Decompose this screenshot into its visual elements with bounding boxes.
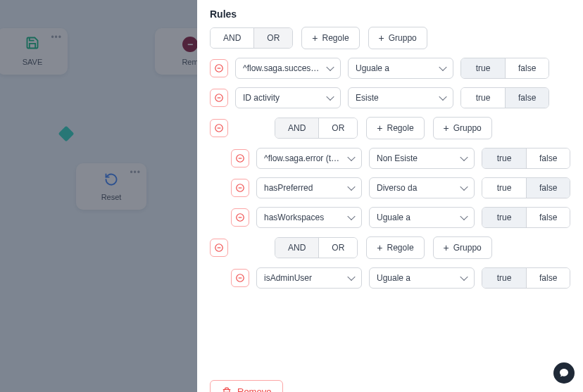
field-select[interactable]: isAdminUser — [256, 267, 362, 289]
value-toggle[interactable]: true false — [482, 267, 570, 289]
remove-rule-button[interactable] — [231, 269, 249, 287]
field-select[interactable]: ^flow.saga.success (bo — [235, 58, 341, 79]
value-true[interactable]: true — [482, 208, 526, 227]
node-menu-icon[interactable]: ••• — [130, 167, 141, 177]
operator-select[interactable]: Uguale a — [369, 207, 475, 228]
add-rule-button[interactable]: +Regole — [366, 117, 424, 139]
flow-node-reset[interactable]: ••• Reset — [76, 163, 146, 210]
field-select[interactable]: hasWorkspaces — [256, 207, 362, 228]
nested-group-header: AND OR +Regole +Gruppo — [275, 117, 492, 139]
field-select[interactable]: hasPreferred — [256, 177, 362, 198]
logic-and[interactable]: AND — [211, 28, 253, 48]
remove-rule-button[interactable] — [210, 59, 228, 77]
remove-group-button[interactable] — [210, 119, 228, 137]
value-false[interactable]: false — [505, 58, 548, 78]
logic-and[interactable]: AND — [275, 238, 318, 258]
remove-rule-button[interactable] — [210, 89, 228, 107]
logic-toggle[interactable]: AND OR — [275, 118, 358, 139]
chat-fab[interactable] — [553, 362, 575, 384]
value-true[interactable]: true — [482, 268, 526, 288]
logic-or[interactable]: OR — [318, 118, 357, 138]
add-group-button[interactable]: +Gruppo — [368, 27, 427, 49]
rule-row: ^flow.saga.error (text) Non Esiste true … — [231, 148, 570, 169]
plus-icon: + — [377, 122, 382, 134]
add-rule-button[interactable]: +Regole — [301, 27, 359, 49]
value-false[interactable]: false — [526, 148, 570, 168]
operator-select[interactable]: Diverso da — [369, 177, 475, 198]
value-true[interactable]: true — [482, 148, 526, 168]
node-menu-icon[interactable]: ••• — [51, 32, 62, 42]
operator-select[interactable]: Esiste — [348, 87, 453, 108]
nested-group: isAdminUser Uguale a true false — [210, 267, 570, 289]
save-icon — [25, 36, 39, 53]
plus-icon: + — [444, 242, 449, 253]
minus-circle-icon: − — [182, 37, 197, 52]
field-select[interactable]: ^flow.saga.error (text) — [256, 148, 362, 169]
remove-rule-button[interactable] — [231, 179, 249, 197]
value-false[interactable]: false — [526, 268, 570, 288]
operator-select[interactable]: Non Esiste — [369, 148, 475, 169]
nested-group-row: AND OR +Regole +Gruppo — [210, 236, 570, 259]
remove-rule-button[interactable] — [231, 208, 249, 227]
add-rule-button[interactable]: +Regole — [366, 236, 424, 259]
plus-icon: + — [312, 32, 318, 44]
logic-or[interactable]: OR — [318, 238, 357, 258]
value-false[interactable]: false — [505, 88, 548, 108]
panel-title: Rules — [210, 8, 570, 20]
value-true[interactable]: true — [482, 178, 526, 198]
flow-node-save[interactable]: ••• SAVE — [0, 28, 68, 75]
rule-row: ID activity Esiste true false — [210, 87, 570, 108]
logic-toggle[interactable]: AND OR — [275, 237, 358, 258]
flow-node-remove[interactable]: ••• − Rem — [155, 28, 197, 75]
chat-icon — [558, 367, 570, 379]
rules-panel: Rules AND OR +Regole +Gruppo ^flow.saga.… — [197, 0, 583, 392]
nested-group-row: AND OR +Regole +Gruppo — [210, 117, 570, 139]
value-toggle[interactable]: true false — [460, 58, 549, 79]
plus-icon: + — [377, 242, 382, 253]
root-group-header: AND OR +Regole +Gruppo — [210, 27, 570, 49]
add-node-diamond[interactable] — [58, 126, 75, 142]
nested-group-header: AND OR +Regole +Gruppo — [275, 236, 492, 259]
node-label: Rem — [161, 58, 197, 66]
operator-select[interactable]: Uguale a — [369, 267, 475, 289]
nested-group: ^flow.saga.error (text) Non Esiste true … — [210, 148, 570, 228]
value-true[interactable]: true — [461, 58, 505, 78]
value-toggle[interactable]: true false — [482, 207, 570, 228]
field-select[interactable]: ID activity — [235, 87, 341, 108]
remove-rule-button[interactable] — [231, 149, 249, 167]
value-false[interactable]: false — [526, 208, 570, 227]
rule-row: isAdminUser Uguale a true false — [231, 267, 570, 289]
logic-or[interactable]: OR — [253, 28, 292, 48]
panel-footer: Remove — [210, 380, 570, 392]
logic-and[interactable]: AND — [275, 118, 318, 138]
rule-row: hasWorkspaces Uguale a true false — [231, 207, 570, 228]
rule-row: hasPreferred Diverso da true false — [231, 177, 570, 198]
node-label: Reset — [82, 193, 141, 201]
flow-canvas: ••• SAVE ••• − Rem ••• Reset — [0, 0, 197, 392]
value-false[interactable]: false — [526, 178, 570, 198]
trash-icon — [222, 387, 232, 393]
plus-icon: + — [379, 32, 384, 44]
remove-button[interactable]: Remove — [210, 380, 283, 392]
node-label: SAVE — [3, 58, 62, 66]
add-group-button[interactable]: +Gruppo — [433, 117, 492, 139]
operator-select[interactable]: Uguale a — [348, 58, 453, 79]
value-toggle[interactable]: true false — [482, 148, 570, 169]
value-toggle[interactable]: true false — [482, 177, 570, 198]
plus-icon: + — [444, 122, 449, 134]
value-true[interactable]: true — [461, 88, 505, 108]
value-toggle[interactable]: true false — [460, 87, 549, 108]
remove-group-button[interactable] — [210, 239, 228, 257]
logic-toggle[interactable]: AND OR — [210, 27, 293, 49]
add-group-button[interactable]: +Gruppo — [433, 236, 492, 259]
rule-row: ^flow.saga.success (bo Uguale a true fal… — [210, 58, 570, 79]
